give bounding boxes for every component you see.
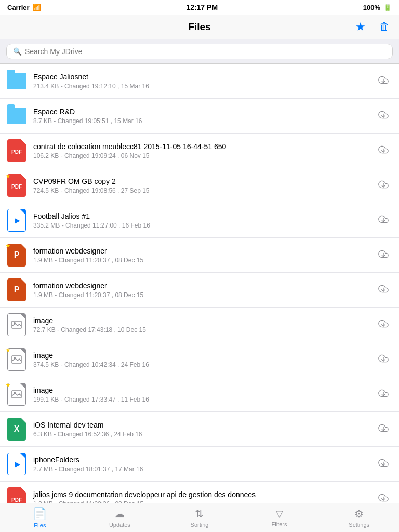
search-input[interactable]: [25, 47, 386, 56]
favorite-button[interactable]: ★: [353, 18, 368, 36]
file-meta: 8.7 KB - Changed 19:05:51 , 15 Mar 16: [33, 117, 374, 125]
files-tab-label: Files: [34, 522, 46, 528]
tab-bar: 📄 Files ☁ Updates ⇅ Sorting ▽ Filters ⚙ …: [0, 503, 399, 532]
cloud-download-button[interactable]: [374, 108, 393, 125]
file-info: Espace R&D8.7 KB - Changed 19:05:51 , 15…: [33, 107, 374, 125]
file-info: image199.1 KB - Changed 17:33:47 , 11 Fe…: [33, 385, 374, 403]
file-icon: X: [6, 417, 27, 441]
list-item[interactable]: PDFcontrat de colocation meublecc81 2015…: [0, 134, 399, 168]
video-icon: ▶: [7, 453, 26, 475]
file-name: CVP09FR OM GB copy 2: [33, 177, 374, 186]
cloud-download-button[interactable]: [374, 247, 393, 264]
cloud-download-button[interactable]: [374, 142, 393, 159]
search-icon: 🔍: [13, 47, 22, 56]
file-info: formation webdesigner1.9 MB - Changed 11…: [33, 281, 374, 299]
file-icon: [6, 104, 27, 128]
file-info: Espace Jaliosnet213.4 KB - Changed 19:12…: [33, 72, 374, 90]
file-name: image: [33, 351, 374, 360]
list-item[interactable]: ▶iphoneFolders2.7 MB - Changed 18:01:37 …: [0, 447, 399, 482]
cloud-download-button[interactable]: [374, 316, 393, 334]
nav-title: Files: [188, 21, 210, 33]
nav-bar: Files ★ 🗑: [0, 15, 399, 39]
ppt-icon: P: [7, 278, 26, 301]
file-name: iphoneFolders: [33, 455, 374, 464]
tab-updates[interactable]: ☁ Updates: [80, 503, 160, 532]
image-icon: [7, 313, 26, 336]
file-icon: P: [6, 278, 27, 302]
file-info: image72.7 KB - Changed 17:43:18 , 10 Dec…: [33, 316, 374, 334]
list-item[interactable]: ★image374.5 KB - Changed 10:42:34 , 24 F…: [0, 342, 399, 377]
star-badge: ★: [5, 242, 11, 249]
excel-icon: X: [7, 418, 26, 441]
tab-filters[interactable]: ▽ Filters: [240, 503, 320, 532]
list-item[interactable]: image72.7 KB - Changed 17:43:18 , 10 Dec…: [0, 308, 399, 342]
list-item[interactable]: ★Pformation webdesigner1.9 MB - Changed …: [0, 238, 399, 273]
file-name: contrat de colocation meublecc81 2015-11…: [33, 142, 374, 151]
file-meta: 2.7 MB - Changed 18:01:37 , 17 Mar 16: [33, 466, 374, 473]
file-meta: 374.5 KB - Changed 10:42:34 , 24 Feb 16: [33, 361, 374, 368]
updates-tab-icon: ☁: [114, 508, 125, 520]
file-info: formation webdesigner1.9 MB - Changed 11…: [33, 246, 374, 264]
tab-sorting[interactable]: ⇅ Sorting: [159, 503, 240, 532]
cloud-download-button[interactable]: [374, 421, 393, 438]
status-left: Carrier 📶: [7, 4, 41, 11]
list-item[interactable]: Espace R&D8.7 KB - Changed 19:05:51 , 15…: [0, 99, 399, 134]
nav-actions: ★ 🗑: [353, 18, 392, 36]
file-icon: ★: [6, 382, 27, 406]
file-name: Football Jalios #1: [33, 211, 374, 221]
cloud-download-button[interactable]: [374, 212, 393, 229]
cloud-download-button[interactable]: [374, 177, 393, 194]
cloud-download-button[interactable]: [374, 386, 393, 403]
file-name: Espace Jaliosnet: [33, 72, 374, 82]
file-meta: 72.7 KB - Changed 17:43:18 , 10 Dec 15: [33, 326, 374, 334]
tab-files[interactable]: 📄 Files: [0, 503, 80, 532]
file-meta: 213.4 KB - Changed 19:12:10 , 15 Mar 16: [33, 83, 374, 90]
delete-button[interactable]: 🗑: [377, 18, 392, 36]
list-item[interactable]: Pformation webdesigner1.9 MB - Changed 1…: [0, 273, 399, 308]
file-meta: 1.9 MB - Changed 11:20:37 , 08 Dec 15: [33, 257, 374, 264]
filters-tab-label: Filters: [272, 521, 287, 527]
file-name: jalios jcms 9 documentation developpeur …: [33, 490, 374, 499]
file-name: Espace R&D: [33, 107, 374, 116]
folder-icon: [7, 108, 26, 124]
updates-tab-label: Updates: [109, 522, 130, 528]
pdf-icon: PDF: [7, 139, 26, 162]
list-item[interactable]: ★image199.1 KB - Changed 17:33:47 , 11 F…: [0, 377, 399, 412]
sorting-tab-label: Sorting: [191, 522, 209, 528]
file-icon: PDF: [6, 139, 27, 163]
file-info: Football Jalios #1335.2 MB - Changed 11:…: [33, 211, 374, 229]
file-meta: 335.2 MB - Changed 11:27:00 , 16 Feb 16: [33, 222, 374, 229]
status-right: 100% 🔋: [363, 4, 392, 11]
file-name: image: [33, 385, 374, 395]
file-name: formation webdesigner: [33, 246, 374, 256]
file-list: Espace Jaliosnet213.4 KB - Changed 19:12…: [0, 64, 399, 532]
settings-tab-label: Settings: [349, 522, 369, 528]
list-item[interactable]: Espace Jaliosnet213.4 KB - Changed 19:12…: [0, 64, 399, 99]
cloud-download-button[interactable]: [374, 351, 393, 368]
file-icon: ★PDF: [6, 174, 27, 197]
file-info: image374.5 KB - Changed 10:42:34 , 24 Fe…: [33, 351, 374, 368]
filters-tab-icon: ▽: [276, 508, 283, 520]
list-item[interactable]: ★PDFCVP09FR OM GB copy 2724.5 KB - Chang…: [0, 168, 399, 203]
main-content: Espace Jaliosnet213.4 KB - Changed 19:12…: [0, 64, 399, 532]
status-bar: Carrier 📶 12:17 PM 100% 🔋: [0, 0, 399, 15]
star-badge: ★: [5, 381, 11, 389]
search-bar-wrapper: 🔍: [0, 39, 399, 64]
file-meta: 724.5 KB - Changed 19:08:56 , 27 Sep 15: [33, 187, 374, 194]
cloud-download-button[interactable]: [374, 456, 393, 473]
list-item[interactable]: ▶Football Jalios #1335.2 MB - Changed 11…: [0, 203, 399, 238]
star-badge: ★: [5, 347, 11, 354]
file-icon: ▶: [6, 208, 27, 232]
file-info: CVP09FR OM GB copy 2724.5 KB - Changed 1…: [33, 177, 374, 194]
cloud-download-button[interactable]: [374, 73, 393, 90]
cloud-download-button[interactable]: [374, 282, 393, 299]
file-icon: ★P: [6, 243, 27, 267]
file-icon: [6, 69, 27, 93]
sorting-tab-icon: ⇅: [195, 508, 204, 520]
tab-settings[interactable]: ⚙ Settings: [319, 503, 399, 532]
star-badge: ★: [5, 172, 11, 180]
carrier-label: Carrier: [7, 4, 30, 11]
list-item[interactable]: XiOS Internal dev team6.3 KB - Changed 1…: [0, 412, 399, 447]
folder-icon: [7, 73, 26, 89]
file-meta: 1.9 MB - Changed 11:20:37 , 08 Dec 15: [33, 291, 374, 299]
